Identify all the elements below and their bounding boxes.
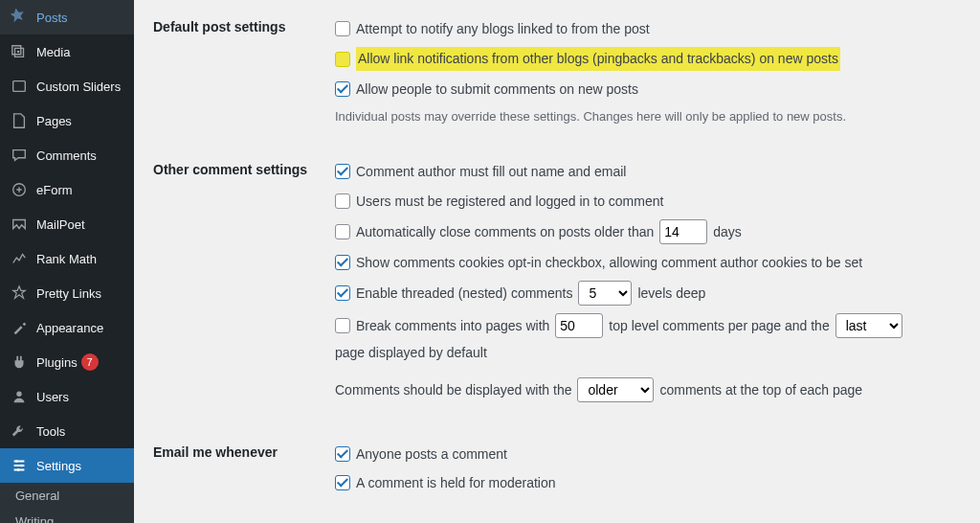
paginate-label-post: page displayed by default bbox=[335, 342, 487, 363]
auto-close-checkbox[interactable] bbox=[335, 224, 350, 239]
sidebar-label: Settings bbox=[36, 459, 81, 473]
email-on-comment-label: Anyone posts a comment bbox=[356, 443, 507, 465]
mailpoet-icon bbox=[10, 215, 29, 234]
require-name-email-label: Comment author must fill out name and em… bbox=[356, 161, 626, 182]
svg-rect-1 bbox=[13, 81, 26, 92]
svg-point-3 bbox=[16, 392, 21, 397]
threaded-comments-checkbox[interactable] bbox=[335, 285, 350, 301]
email-on-comment-checkbox[interactable] bbox=[335, 446, 350, 462]
sidebar-label: Media bbox=[36, 45, 70, 59]
section-heading-before-appears: Before a comment appears bbox=[153, 517, 335, 523]
sidebar-item-posts[interactable]: Posts bbox=[0, 0, 134, 34]
paginate-label-pre: Break comments into pages with bbox=[356, 315, 549, 336]
default-post-description: Individual posts may override these sett… bbox=[335, 103, 951, 124]
sidebar-label: Rank Math bbox=[36, 252, 97, 266]
rankmath-icon bbox=[10, 249, 29, 268]
allow-comments-label: Allow people to submit comments on new p… bbox=[356, 79, 638, 100]
cookies-optin-label: Show comments cookies opt-in checkbox, a… bbox=[356, 252, 862, 273]
sidebar-item-pages[interactable]: Pages bbox=[0, 103, 134, 138]
svg-point-6 bbox=[17, 468, 20, 471]
sidebar-sub-writing[interactable]: Writing bbox=[0, 509, 134, 523]
default-page-select[interactable]: last bbox=[835, 313, 902, 338]
plugins-icon bbox=[10, 352, 29, 372]
svg-point-0 bbox=[17, 51, 20, 54]
threaded-comments-label-pre: Enable threaded (nested) comments bbox=[356, 283, 572, 304]
auto-close-label-pre: Automatically close comments on posts ol… bbox=[356, 221, 654, 242]
sidebar-item-users[interactable]: Users bbox=[0, 379, 134, 414]
media-icon bbox=[10, 42, 29, 61]
comment-order-label-post: comments at the top of each page bbox=[659, 379, 862, 400]
notify-blogs-checkbox[interactable] bbox=[335, 21, 350, 36]
page-icon bbox=[10, 111, 29, 130]
sidebar-label: Pretty Links bbox=[36, 286, 101, 301]
svg-point-4 bbox=[15, 460, 18, 463]
thread-depth-select[interactable]: 5 bbox=[578, 281, 632, 306]
sidebar-item-comments[interactable]: Comments bbox=[0, 138, 134, 172]
auto-close-days-input[interactable] bbox=[659, 219, 707, 244]
require-registration-checkbox[interactable] bbox=[335, 193, 350, 209]
sidebar-label: Appearance bbox=[36, 321, 103, 335]
eform-icon bbox=[10, 180, 29, 199]
require-name-email-checkbox[interactable] bbox=[335, 164, 350, 179]
sidebar-item-eform[interactable]: eForm bbox=[0, 172, 134, 207]
threaded-comments-label-post: levels deep bbox=[637, 283, 705, 304]
paginate-label-mid: top level comments per page and the bbox=[609, 315, 829, 336]
auto-close-label-post: days bbox=[713, 221, 742, 242]
plugins-update-badge: 7 bbox=[81, 353, 99, 371]
allow-pingbacks-checkbox[interactable] bbox=[335, 52, 350, 67]
settings-icon bbox=[10, 456, 29, 475]
comment-icon bbox=[10, 146, 29, 165]
sidebar-label: Custom Sliders bbox=[36, 80, 121, 94]
sidebar-item-rankmath[interactable]: Rank Math bbox=[0, 241, 134, 276]
svg-point-5 bbox=[20, 465, 23, 467]
sidebar-label: Posts bbox=[36, 11, 68, 25]
pin-icon bbox=[10, 8, 29, 27]
settings-content: Default post settings Attempt to notify … bbox=[134, 0, 980, 523]
sidebar-item-plugins[interactable]: Plugins 7 bbox=[0, 345, 134, 379]
sidebar-label: Plugins bbox=[36, 355, 78, 370]
sidebar-sub-general[interactable]: General bbox=[0, 483, 134, 509]
require-registration-label: Users must be registered and logged in t… bbox=[356, 191, 663, 212]
sidebar-label: Pages bbox=[36, 114, 72, 128]
admin-sidebar: Posts Media Custom Sliders Pages Comment… bbox=[0, 0, 134, 523]
tools-icon bbox=[10, 421, 29, 441]
sidebar-label: Users bbox=[36, 390, 69, 404]
section-heading-other-comment: Other comment settings bbox=[153, 143, 335, 425]
sliders-icon bbox=[10, 77, 29, 96]
sidebar-label: MailPoet bbox=[36, 217, 85, 232]
sidebar-item-prettylinks[interactable]: Pretty Links bbox=[0, 276, 134, 310]
sidebar-item-custom-sliders[interactable]: Custom Sliders bbox=[0, 69, 134, 103]
section-heading-email-me: Email me whenever bbox=[153, 425, 335, 517]
sidebar-item-tools[interactable]: Tools bbox=[0, 414, 134, 448]
notify-blogs-label: Attempt to notify any blogs linked to fr… bbox=[356, 18, 650, 39]
comment-order-label-pre: Comments should be displayed with the bbox=[335, 379, 571, 400]
sidebar-label: eForm bbox=[36, 183, 73, 197]
section-heading-default-post: Default post settings bbox=[153, 0, 335, 143]
cookies-optin-checkbox[interactable] bbox=[335, 255, 350, 270]
appearance-icon bbox=[10, 318, 29, 337]
email-on-moderation-checkbox[interactable] bbox=[335, 475, 350, 490]
email-on-moderation-label: A comment is held for moderation bbox=[356, 472, 556, 493]
star-icon bbox=[10, 284, 29, 303]
sidebar-item-appearance[interactable]: Appearance bbox=[0, 310, 134, 345]
allow-comments-checkbox[interactable] bbox=[335, 81, 350, 97]
allow-pingbacks-label: Allow link notifications from other blog… bbox=[356, 47, 840, 70]
sidebar-item-mailpoet[interactable]: MailPoet bbox=[0, 207, 134, 241]
sidebar-label: Comments bbox=[36, 148, 97, 163]
comment-order-select[interactable]: older bbox=[577, 377, 654, 402]
sidebar-item-settings[interactable]: Settings bbox=[0, 448, 134, 483]
sidebar-label: Tools bbox=[36, 424, 65, 439]
comments-per-page-input[interactable] bbox=[555, 313, 603, 338]
users-icon bbox=[10, 387, 29, 406]
paginate-comments-checkbox[interactable] bbox=[335, 318, 350, 333]
sidebar-item-media[interactable]: Media bbox=[0, 34, 134, 69]
